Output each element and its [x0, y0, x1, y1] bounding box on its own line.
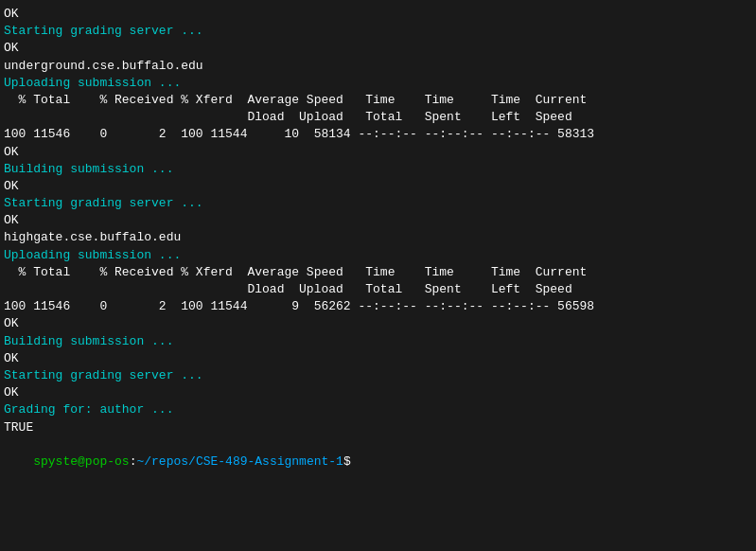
- prompt-at: @: [78, 454, 85, 469]
- terminal-line: % Total % Received % Xferd Average Speed…: [4, 264, 752, 281]
- terminal-line: Uploading submission ...: [4, 75, 752, 92]
- prompt-line[interactable]: spyste@pop-os:~/repos/CSE-489-Assignment…: [4, 436, 752, 489]
- terminal-line: Uploading submission ...: [4, 247, 752, 264]
- terminal-line: Starting grading server ...: [4, 367, 752, 384]
- terminal-line: underground.cse.buffalo.edu: [4, 58, 752, 75]
- terminal-line: Dload Upload Total Spent Left Speed: [4, 281, 752, 298]
- terminal-line: Grading for: author ...: [4, 401, 752, 418]
- terminal-line: OK: [4, 315, 752, 332]
- terminal-line: OK: [4, 212, 752, 229]
- terminal-line: OK: [4, 384, 752, 401]
- terminal-window: OKStarting grading server ...OKundergrou…: [0, 0, 756, 551]
- terminal-line: Dload Upload Total Spent Left Speed: [4, 109, 752, 126]
- prompt-dollar: $: [343, 454, 351, 469]
- terminal-line: 100 11546 0 2 100 11544 9 56262 --:--:--…: [4, 298, 752, 315]
- terminal-line: Starting grading server ...: [4, 195, 752, 212]
- prompt-host: pop-os: [85, 454, 130, 469]
- terminal-line: highgate.cse.buffalo.edu: [4, 229, 752, 246]
- terminal-line: 100 11546 0 2 100 11544 10 58134 --:--:-…: [4, 126, 752, 143]
- terminal-line: Starting grading server ...: [4, 23, 752, 40]
- terminal-line: TRUE: [4, 419, 752, 436]
- prompt-path: ~/repos/CSE-489-Assignment-1: [136, 454, 343, 469]
- terminal-line: OK: [4, 178, 752, 195]
- terminal-line: OK: [4, 350, 752, 367]
- terminal-line: OK: [4, 40, 752, 57]
- terminal-line: Building submission ...: [4, 333, 752, 350]
- terminal-line: OK: [4, 144, 752, 161]
- prompt-user: spyste: [33, 454, 78, 469]
- terminal-line: OK: [4, 6, 752, 23]
- terminal-line: Building submission ...: [4, 161, 752, 178]
- terminal-line: % Total % Received % Xferd Average Speed…: [4, 92, 752, 109]
